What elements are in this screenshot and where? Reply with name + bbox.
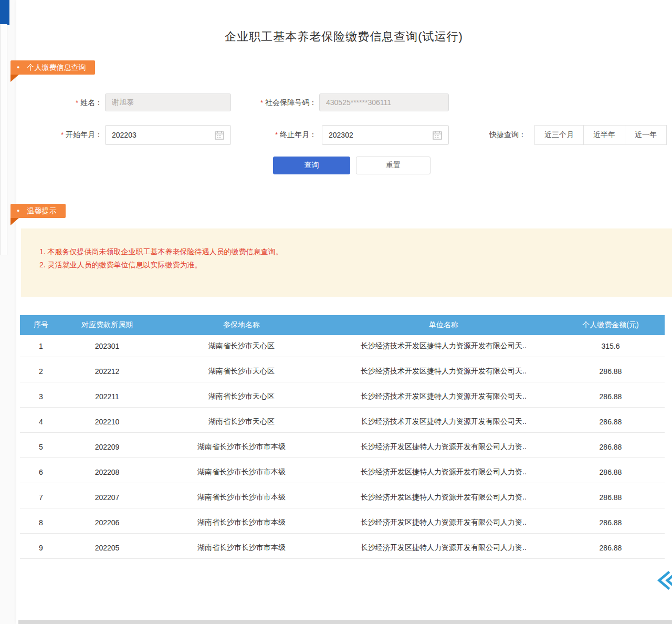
cell-region: 湖南省长沙市天心区 — [152, 392, 331, 401]
required-asterisk: * — [275, 131, 278, 139]
ribbon-fold — [10, 218, 19, 225]
cell-region: 湖南省长沙市长沙市市本级 — [152, 543, 331, 553]
cell-company: 长沙经济技术开发区捷特人力资源开发有限公司天.. — [331, 341, 556, 351]
cell-company: 长沙经济技术开发区捷特人力资源开发有限公司天.. — [331, 367, 556, 376]
cell-amount: 286.88 — [556, 544, 665, 552]
cell-region: 湖南省长沙市天心区 — [152, 417, 331, 427]
table-row: 1 202301 湖南省长沙市天心区 长沙经济技术开发区捷特人力资源开发有限公司… — [20, 335, 665, 357]
bottom-scrollbar[interactable] — [18, 620, 672, 624]
cell-company: 长沙经济开发区捷特人力资源开发有限公司人力资.. — [331, 467, 556, 477]
table-body: 1 202301 湖南省长沙市天心区 长沙经济技术开发区捷特人力资源开发有限公司… — [20, 335, 665, 559]
calendar-icon[interactable] — [214, 130, 225, 140]
cell-seq: 7 — [20, 493, 62, 502]
table-header-cell: 序号 — [20, 320, 62, 330]
table-row: 4 202210 湖南省长沙市天心区 长沙经济技术开发区捷特人力资源开发有限公司… — [20, 411, 665, 433]
cell-amount: 286.88 — [556, 443, 665, 451]
collapsed-sidebar[interactable] — [0, 24, 7, 255]
cell-seq: 3 — [20, 392, 62, 401]
table-header-row: 序号对应费款所属期参保地名称单位名称个人缴费金额(元) — [20, 315, 665, 335]
ribbon-fold — [10, 75, 19, 82]
cell-seq: 6 — [20, 468, 62, 476]
calendar-icon[interactable] — [432, 130, 443, 140]
cell-period: 202208 — [62, 468, 152, 476]
cell-region: 湖南省长沙市天心区 — [152, 341, 331, 351]
cell-period: 202212 — [62, 367, 152, 376]
cell-seq: 2 — [20, 367, 62, 376]
cell-region: 湖南省长沙市长沙市市本级 — [152, 442, 331, 452]
cell-period: 202206 — [62, 518, 152, 527]
sidebar-corner-block — [0, 0, 9, 25]
quick-query-label: 快捷查询： — [489, 130, 526, 140]
cell-company: 长沙经济开发区捷特人力资源开发有限公司人力资.. — [331, 518, 556, 527]
quick-range-button[interactable]: 近半年 — [583, 125, 625, 145]
quick-range-button[interactable]: 近一年 — [625, 125, 667, 145]
cell-amount: 286.88 — [556, 392, 665, 401]
table-row: 9 202205 湖南省长沙市长沙市市本级 长沙经济开发区捷特人力资源开发有限公… — [20, 537, 665, 559]
name-label: *姓名： — [52, 98, 102, 108]
cell-period: 202209 — [62, 443, 152, 451]
table-row: 6 202208 湖南省长沙市长沙市市本级 长沙经济开发区捷特人力资源开发有限公… — [20, 461, 665, 483]
quick-range-button[interactable]: 近三个月 — [534, 125, 584, 145]
cell-seq: 8 — [20, 518, 62, 527]
cell-amount: 286.88 — [556, 493, 665, 502]
cell-seq: 1 — [20, 342, 62, 350]
cell-period: 202210 — [62, 418, 152, 426]
bullet-icon: ● — [17, 204, 19, 218]
table-header-cell: 单位名称 — [331, 320, 556, 330]
cell-company: 长沙经济技术开发区捷特人力资源开发有限公司天.. — [331, 392, 556, 401]
cell-amount: 315.6 — [556, 342, 665, 350]
cell-amount: 286.88 — [556, 418, 665, 426]
quick-query-group: 近三个月近半年近一年 — [534, 125, 667, 145]
results-table: 序号对应费款所属期参保地名称单位名称个人缴费金额(元) 1 202301 湖南省… — [20, 315, 665, 562]
notice-box: 1. 本服务仅提供尚未领取企业职工基本养老保险待遇人员的缴费信息查询。2. 灵活… — [21, 228, 672, 297]
start-month-label: *开始年月： — [39, 130, 102, 140]
table-header-cell: 参保地名称 — [152, 320, 331, 330]
section-badge-query: ●个人缴费信息查询 — [10, 60, 95, 75]
cell-company: 长沙经济技术开发区捷特人力资源开发有限公司天.. — [331, 417, 556, 427]
table-row: 2 202212 湖南省长沙市天心区 长沙经济技术开发区捷特人力资源开发有限公司… — [20, 360, 665, 382]
page-title: 企业职工基本养老保险缴费信息查询(试运行) — [16, 29, 672, 45]
reset-button[interactable]: 重置 — [356, 157, 430, 174]
table-row: 3 202211 湖南省长沙市天心区 长沙经济技术开发区捷特人力资源开发有限公司… — [20, 386, 665, 408]
end-month-input[interactable] — [322, 125, 449, 145]
cell-region: 湖南省长沙市天心区 — [152, 367, 331, 376]
collapse-chevron-icon[interactable] — [655, 568, 672, 592]
notice-line: 1. 本服务仅提供尚未领取企业职工基本养老保险待遇人员的缴费信息查询。 — [39, 245, 283, 258]
cell-region: 湖南省长沙市长沙市市本级 — [152, 493, 331, 502]
table-row: 8 202206 湖南省长沙市长沙市市本级 长沙经济开发区捷特人力资源开发有限公… — [20, 512, 665, 534]
ssn-input[interactable] — [319, 93, 449, 111]
table-header-cell: 对应费款所属期 — [62, 320, 152, 330]
table-row: 5 202209 湖南省长沙市长沙市市本级 长沙经济开发区捷特人力资源开发有限公… — [20, 436, 665, 458]
cell-amount: 286.88 — [556, 518, 665, 527]
cell-amount: 286.88 — [556, 468, 665, 476]
cell-period: 202211 — [62, 392, 152, 401]
cell-amount: 286.88 — [556, 367, 665, 376]
notice-lines: 1. 本服务仅提供尚未领取企业职工基本养老保险待遇人员的缴费信息查询。2. 灵活… — [39, 245, 283, 272]
cell-company: 长沙经济开发区捷特人力资源开发有限公司人力资.. — [331, 493, 556, 502]
cell-period: 202207 — [62, 493, 152, 502]
cell-region: 湖南省长沙市长沙市市本级 — [152, 467, 331, 477]
cell-seq: 9 — [20, 544, 62, 552]
start-month-input[interactable] — [105, 125, 231, 145]
query-button[interactable]: 查询 — [273, 157, 350, 174]
bullet-icon: ● — [17, 60, 19, 75]
cell-period: 202205 — [62, 544, 152, 552]
table-row: 7 202207 湖南省长沙市长沙市市本级 长沙经济开发区捷特人力资源开发有限公… — [20, 486, 665, 508]
section-badge-query-label: 个人缴费信息查询 — [27, 63, 86, 71]
cell-company: 长沙经济开发区捷特人力资源开发有限公司人力资.. — [331, 543, 556, 553]
cell-seq: 5 — [20, 443, 62, 451]
end-month-label: *终止年月： — [257, 130, 317, 140]
page: 企业职工基本养老保险缴费信息查询(试运行) ●个人缴费信息查询 *姓名： *社会… — [0, 0, 672, 624]
required-asterisk: * — [61, 131, 64, 139]
section-badge-tips: ●温馨提示 — [10, 204, 66, 218]
cell-period: 202301 — [62, 342, 152, 350]
section-badge-tips-label: 温馨提示 — [27, 206, 56, 215]
notice-line: 2. 灵活就业人员的缴费单位信息以实际缴费为准。 — [39, 258, 283, 272]
name-input[interactable] — [105, 93, 231, 111]
required-asterisk: * — [260, 99, 263, 107]
required-asterisk: * — [76, 99, 78, 107]
cell-company: 长沙经济开发区捷特人力资源开发有限公司人力资.. — [331, 442, 556, 452]
ssn-label: *社会保障号码： — [239, 98, 317, 108]
cell-seq: 4 — [20, 418, 62, 426]
cell-region: 湖南省长沙市长沙市市本级 — [152, 518, 331, 527]
